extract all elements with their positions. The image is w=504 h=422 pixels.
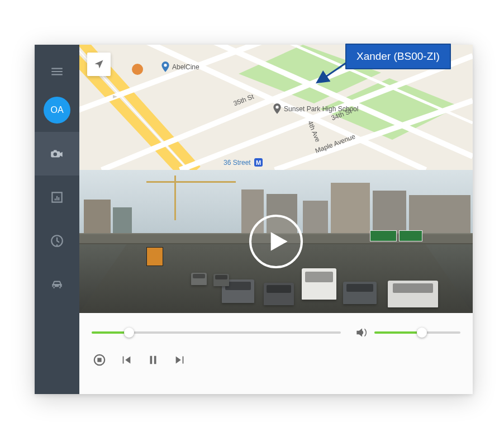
main-content: AbelCine 35th St Sunset Park High School… bbox=[79, 45, 473, 394]
volume-slider[interactable] bbox=[374, 328, 460, 338]
sidebar-history-button[interactable] bbox=[35, 219, 79, 263]
skip-back-icon bbox=[120, 354, 132, 366]
sidebar-stats-button[interactable] bbox=[35, 176, 79, 219]
map-recentre-button[interactable] bbox=[87, 53, 111, 76]
video-play-button[interactable] bbox=[249, 215, 303, 268]
map-pin-icon bbox=[161, 61, 170, 73]
play-icon bbox=[267, 229, 289, 254]
map-poi-school[interactable]: Sunset Park High School bbox=[273, 103, 358, 115]
progress-slider[interactable] bbox=[92, 328, 341, 338]
map-pin-icon bbox=[273, 103, 282, 115]
map-poi-label: AbelCine bbox=[172, 63, 199, 71]
scrub-row bbox=[92, 325, 460, 340]
volume-icon bbox=[354, 325, 369, 340]
pause-icon bbox=[147, 354, 159, 366]
sidebar-menu-button[interactable] bbox=[35, 55, 79, 88]
avatar: OA bbox=[44, 97, 70, 124]
sidebar-camera-button[interactable] bbox=[35, 132, 79, 176]
restaurant-icon bbox=[132, 64, 143, 75]
app-window: OA bbox=[35, 45, 473, 394]
clock-icon bbox=[50, 234, 64, 248]
svg-point-6 bbox=[164, 64, 167, 67]
volume-fill bbox=[374, 331, 422, 334]
next-button[interactable] bbox=[172, 352, 188, 368]
sidebar-vehicle-button[interactable] bbox=[35, 263, 79, 306]
avatar-initials: OA bbox=[50, 105, 63, 115]
svg-point-2 bbox=[56, 244, 58, 246]
previous-button[interactable] bbox=[118, 352, 134, 368]
transport-buttons bbox=[92, 352, 460, 368]
vehicle-callout-label: Xander (BS00-ZI) bbox=[356, 50, 440, 62]
video-player[interactable] bbox=[79, 170, 473, 313]
progress-thumb[interactable] bbox=[124, 328, 134, 338]
video-camera-icon bbox=[50, 146, 64, 161]
location-arrow-icon bbox=[93, 59, 104, 70]
sidebar: OA bbox=[35, 45, 79, 394]
bar-chart-icon bbox=[50, 190, 64, 205]
stop-icon bbox=[93, 354, 106, 366]
map-poi-label: Sunset Park High School bbox=[284, 105, 358, 113]
progress-fill bbox=[92, 331, 129, 334]
volume-button[interactable] bbox=[354, 325, 369, 340]
vehicle-callout: Xander (BS00-ZI) bbox=[345, 44, 451, 69]
car-icon bbox=[50, 277, 64, 292]
volume-thumb[interactable] bbox=[417, 328, 427, 338]
hamburger-icon bbox=[50, 64, 64, 79]
skip-forward-icon bbox=[174, 354, 186, 366]
sidebar-avatar[interactable]: OA bbox=[35, 88, 79, 132]
map-poi-abelcine[interactable]: AbelCine bbox=[161, 61, 199, 73]
volume-control bbox=[354, 325, 460, 340]
player-controls bbox=[79, 313, 473, 394]
pause-button[interactable] bbox=[145, 352, 161, 368]
map-poi-burger bbox=[132, 64, 143, 75]
stop-button[interactable] bbox=[92, 352, 107, 368]
svg-rect-9 bbox=[97, 358, 101, 362]
svg-point-7 bbox=[275, 106, 278, 108]
